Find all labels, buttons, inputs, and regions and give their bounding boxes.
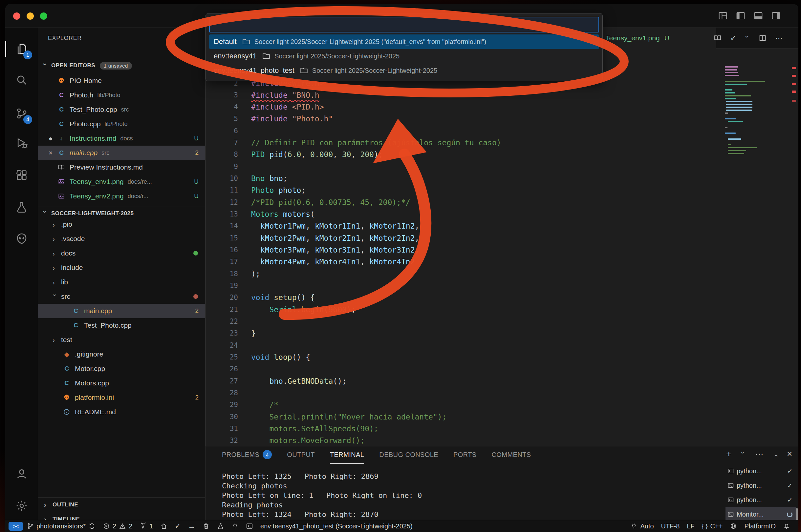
panel-tab-problems[interactable]: PROBLEMS4 (222, 446, 272, 464)
open-editors-header[interactable]: › OPEN EDITORS 1 unsaved (38, 59, 205, 72)
split-editor-icon[interactable] (759, 34, 766, 42)
more-actions-icon[interactable]: ⋯ (775, 34, 783, 43)
file-main-cpp[interactable]: Cmain.cpp2 (38, 304, 205, 318)
code-line-5[interactable]: 5#include "Photo.h" (205, 113, 722, 125)
code-line-20[interactable]: 20void setup() { (205, 291, 722, 304)
code-line-13[interactable]: 13Motors motors( (205, 208, 722, 221)
code-line-15[interactable]: 15 kMotor2Pwm, kMotor2In1, kMotor2In2, (205, 232, 722, 244)
panel-tab-terminal[interactable]: TERMINAL (330, 446, 364, 464)
quickpick-item-env-teensy41[interactable]: env:teensy41Soccer light 2025/Soccer-Lig… (209, 49, 599, 63)
code-line-19[interactable]: 19 (205, 280, 722, 292)
code-editor[interactable]: 2#include<Wire.h>3#include "BNO.h4#inclu… (205, 49, 722, 446)
folder-docs[interactable]: ›docs (38, 246, 205, 261)
maximize-panel-icon[interactable]: › (772, 451, 779, 457)
panel-tab-debug-console[interactable]: DEBUG CONSOLE (379, 446, 438, 464)
pio-monitor-button[interactable] (228, 520, 242, 532)
code-line-10[interactable]: 10Bno bno; (205, 172, 722, 185)
panel-tab-output[interactable]: OUTPUT (287, 446, 315, 464)
panel-tab-ports[interactable]: PORTS (453, 446, 477, 464)
open-editor-preview-instructions-md[interactable]: Preview Instructions.md (38, 160, 205, 174)
pio-build-button[interactable]: ✓ (171, 520, 184, 532)
open-editor-main-cpp[interactable]: ×Cmain.cppsrc2 (38, 146, 205, 160)
code-line-9[interactable]: 9 (205, 160, 722, 172)
close-icon[interactable]: × (44, 149, 56, 157)
open-editor-instructions-md[interactable]: ●↓Instructions.mddocsU (38, 131, 205, 146)
open-editor-photo-h[interactable]: CPhoto.hlib/Photo (38, 88, 205, 102)
close-panel-icon[interactable]: × (787, 449, 792, 459)
toggle-panel-icon[interactable] (753, 11, 764, 21)
terminal-instance-python[interactable]: python...✓ (726, 478, 796, 493)
new-terminal-icon[interactable]: + (726, 449, 731, 459)
close-window-button[interactable] (13, 13, 20, 20)
pio-test-button[interactable] (213, 520, 228, 532)
activity-extensions[interactable] (10, 163, 34, 187)
code-line-3[interactable]: 3#include "BNO.h (205, 89, 722, 101)
zoom-window-button[interactable] (40, 13, 47, 20)
eol-item[interactable]: LF (683, 520, 698, 532)
code-line-18[interactable]: 18); (205, 268, 722, 280)
code-line-29[interactable]: 29 /* (205, 399, 722, 411)
folder-pio[interactable]: ›.pio (38, 217, 205, 231)
open-editor-teensy-env2-png[interactable]: Teensy_env2.pngdocs/r...U (38, 189, 205, 203)
folder-include[interactable]: ›include (38, 261, 205, 275)
code-line-12[interactable]: 12/*PID pid(0.6, 0.00735, 45, 200);*/ (205, 196, 722, 208)
terminal-instance-python[interactable]: python...✓ (726, 493, 796, 507)
tab-teensy-env1-png[interactable]: Teensy_env1.png U (590, 27, 716, 49)
pio-env-selector[interactable]: env:teensy41_photo_test (Soccer-Lightwei… (257, 520, 416, 532)
file-readme-md[interactable]: README.md (38, 405, 205, 419)
notifications-item[interactable] (779, 520, 794, 532)
activity-search[interactable] (10, 68, 34, 92)
folder-src[interactable]: ›src (38, 289, 205, 304)
pio-home-button[interactable] (157, 520, 171, 532)
more-actions-icon[interactable]: ⋯ (755, 449, 763, 459)
code-line-26[interactable]: 26 (205, 363, 722, 375)
open-editor-teensy-env1-png[interactable]: Teensy_env1.pngdocs/re...U (38, 174, 205, 189)
open-editor-photo-cpp[interactable]: CPhoto.cpplib/Photo (38, 117, 205, 131)
code-line-30[interactable]: 30 Serial.println("Mover hacia adelante"… (205, 411, 722, 423)
code-line-11[interactable]: 11Photo photo; (205, 184, 722, 196)
minimap[interactable] (722, 49, 790, 446)
open-editor-test-photo-cpp[interactable]: CTest_Photo.cppsrc (38, 102, 205, 117)
serial-port-auto[interactable]: Auto (627, 520, 657, 532)
quick-pick-input[interactable] (209, 17, 599, 33)
file-motors-cpp[interactable]: CMotors.cpp (38, 376, 205, 390)
folder-vscode[interactable]: ›.vscode (38, 231, 205, 246)
code-line-6[interactable]: 6 (205, 125, 722, 137)
activity-platformio[interactable] (10, 227, 34, 251)
activity-source-control[interactable]: 4 (10, 102, 34, 125)
terminal-instance-python[interactable]: python...✓ (726, 464, 796, 478)
folder-lib[interactable]: ›lib (38, 275, 205, 289)
code-line-31[interactable]: 31 motors.SetAllSpeeds(90); (205, 423, 722, 435)
activity-accounts[interactable] (10, 462, 34, 486)
pio-terminal-button[interactable] (242, 520, 257, 532)
terminal-output[interactable]: Photo Left: 1325 Photo Right: 2869Checki… (222, 472, 422, 520)
pio-upload-button[interactable]: → (184, 520, 199, 532)
quickpick-item-env-teensy41-photo-test[interactable]: env:teensy41_photo_testSoccer light 2025… (209, 63, 599, 78)
ports-item[interactable]: 1 (136, 520, 157, 532)
open-preview-icon[interactable] (714, 34, 722, 42)
code-line-14[interactable]: 14 kMotor1Pwm, kMotor1In1, kMotor1In2, (205, 220, 722, 232)
file-platformio-ini[interactable]: platformio.ini2 (38, 390, 205, 405)
platformio-item[interactable]: PlatformIO (741, 520, 779, 532)
code-line-25[interactable]: 25void loop() { (205, 351, 722, 363)
outline-section[interactable]: › OUTLINE (38, 497, 205, 512)
activity-settings[interactable] (10, 494, 34, 517)
code-line-24[interactable]: 24 (205, 339, 722, 351)
pio-clean-button[interactable] (199, 520, 213, 532)
code-line-32[interactable]: 32 motors.MoveForward(); (205, 435, 722, 446)
code-line-17[interactable]: 17 kMotor4Pwm, kMotor4In1, kMotor4In2 (205, 256, 722, 268)
activity-run-debug[interactable] (10, 131, 34, 155)
terminal-instance-monitor[interactable]: Monitor... (726, 507, 796, 521)
code-line-4[interactable]: 4#include <PID.h> (205, 101, 722, 113)
minimize-window-button[interactable] (26, 13, 34, 20)
quickpick-item-default[interactable]: DefaultSoccer light 2025/Soccer-Lightwei… (209, 35, 599, 49)
chevron-down-icon[interactable]: › (744, 35, 751, 41)
live-share-item[interactable] (726, 520, 741, 532)
code-line-16[interactable]: 16 kMotor3Pwm, kMotor3In1, kMotor3In2, (205, 244, 722, 256)
customize-layout-icon[interactable] (717, 11, 728, 21)
code-line-23[interactable]: 23} (205, 327, 722, 340)
code-line-28[interactable]: 28 (205, 387, 722, 399)
code-line-8[interactable]: 8PID pid(6.0, 0.000, 30, 200); (205, 149, 722, 161)
code-line-7[interactable]: 7// Definir PID con parámetros (ajústalo… (205, 137, 722, 149)
git-branch-item[interactable]: phototransistors* (23, 520, 99, 532)
